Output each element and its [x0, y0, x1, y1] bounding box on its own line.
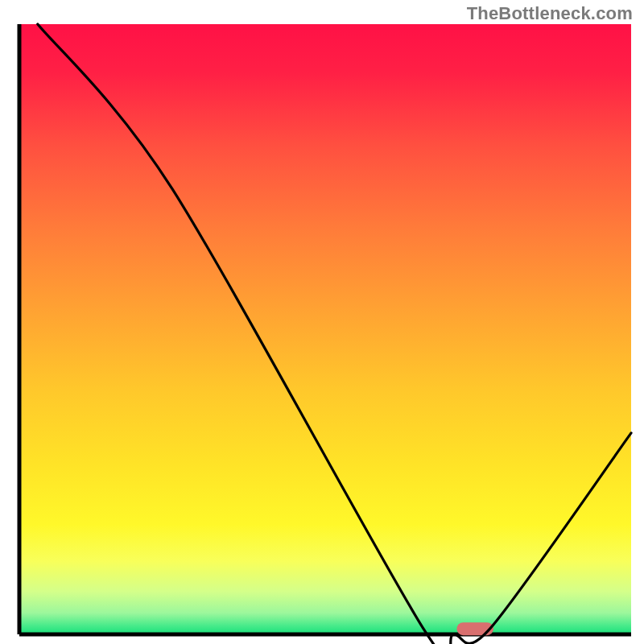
attribution-text: TheBottleneck.com: [467, 3, 633, 24]
valley-highlight: [456, 622, 493, 635]
bottleneck-chart: [0, 0, 644, 644]
chart-frame: TheBottleneck.com: [0, 0, 644, 644]
plot-background: [19, 24, 631, 634]
